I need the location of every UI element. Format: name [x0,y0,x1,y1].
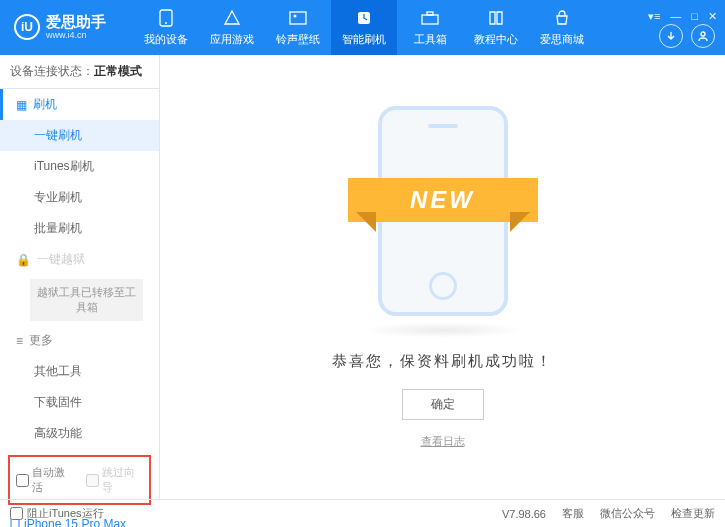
success-message: 恭喜您，保资料刷机成功啦！ [332,352,553,371]
svg-point-7 [701,32,705,36]
footer-link-wechat[interactable]: 微信公众号 [600,506,655,521]
view-log-link[interactable]: 查看日志 [421,434,465,449]
sidebar-item-pro-flash[interactable]: 专业刷机 [0,182,159,213]
sidebar-item-batch-flash[interactable]: 批量刷机 [0,213,159,244]
nav-flash[interactable]: 智能刷机 [331,0,397,55]
download-button[interactable] [659,24,683,48]
flash-section-icon: ▦ [16,98,27,112]
version-label: V7.98.66 [502,508,546,520]
footer: 阻止iTunes运行 V7.98.66 客服 微信公众号 检查更新 [0,499,725,527]
svg-rect-2 [290,12,306,24]
maximize-icon[interactable]: □ [691,10,698,23]
nav-apps[interactable]: 应用游戏 [199,0,265,55]
svg-point-3 [294,15,297,18]
lock-icon: 🔒 [16,253,31,267]
sidebar-item-other-tools[interactable]: 其他工具 [0,356,159,387]
titlebar: iU 爱思助手 www.i4.cn 我的设备 应用游戏 铃声壁纸 智能刷机 工具… [0,0,725,55]
footer-link-update[interactable]: 检查更新 [671,506,715,521]
user-button[interactable] [691,24,715,48]
apps-icon [222,8,242,28]
main-content: NEW 恭喜您，保资料刷机成功啦！ 确定 查看日志 [160,55,725,499]
svg-point-1 [165,22,167,24]
sidebar-item-oneclick-flash[interactable]: 一键刷机 [0,120,159,151]
top-nav: 我的设备 应用游戏 铃声壁纸 智能刷机 工具箱 教程中心 爱思商城 [133,0,595,55]
ok-button[interactable]: 确定 [402,389,484,420]
nav-ringtones[interactable]: 铃声壁纸 [265,0,331,55]
phone-icon [156,8,176,28]
jailbreak-moved-note: 越狱工具已转移至工具箱 [30,279,143,321]
more-section-icon: ≡ [16,334,23,348]
store-icon [552,8,572,28]
sidebar-item-download-fw[interactable]: 下载固件 [0,387,159,418]
app-name: 爱思助手 [46,14,106,31]
options-highlight-box: 自动激活 跳过向导 [8,455,151,505]
logo-icon: iU [14,14,40,40]
section-flash[interactable]: ▦ 刷机 [0,89,159,120]
sidebar: 设备连接状态：正常模式 ▦ 刷机 一键刷机 iTunes刷机 专业刷机 批量刷机… [0,55,160,499]
nav-toolbox[interactable]: 工具箱 [397,0,463,55]
nav-my-device[interactable]: 我的设备 [133,0,199,55]
svg-rect-5 [422,15,438,24]
footer-link-support[interactable]: 客服 [562,506,584,521]
flash-icon [354,8,374,28]
svg-rect-6 [427,12,433,15]
section-more[interactable]: ≡ 更多 [0,325,159,356]
image-icon [288,8,308,28]
auto-activate-checkbox[interactable]: 自动激活 [16,465,74,495]
book-icon [486,8,506,28]
section-jailbreak: 🔒 一键越狱 [0,244,159,275]
app-logo: iU 爱思助手 www.i4.cn [8,14,133,40]
window-controls: ▾≡ — □ ✕ [648,10,717,23]
nav-store[interactable]: 爱思商城 [529,0,595,55]
skip-guide-checkbox[interactable]: 跳过向导 [86,465,144,495]
block-itunes-checkbox[interactable]: 阻止iTunes运行 [10,506,104,521]
minimize-icon[interactable]: — [670,10,681,23]
close-icon[interactable]: ✕ [708,10,717,23]
app-url: www.i4.cn [46,31,106,41]
sidebar-item-itunes-flash[interactable]: iTunes刷机 [0,151,159,182]
nav-tutorials[interactable]: 教程中心 [463,0,529,55]
toolbox-icon [420,8,440,28]
new-banner: NEW [348,178,538,222]
shadow-decoration [363,322,523,338]
menu-icon[interactable]: ▾≡ [648,10,660,23]
sidebar-item-advanced[interactable]: 高级功能 [0,418,159,449]
connection-status: 设备连接状态：正常模式 [0,55,159,89]
